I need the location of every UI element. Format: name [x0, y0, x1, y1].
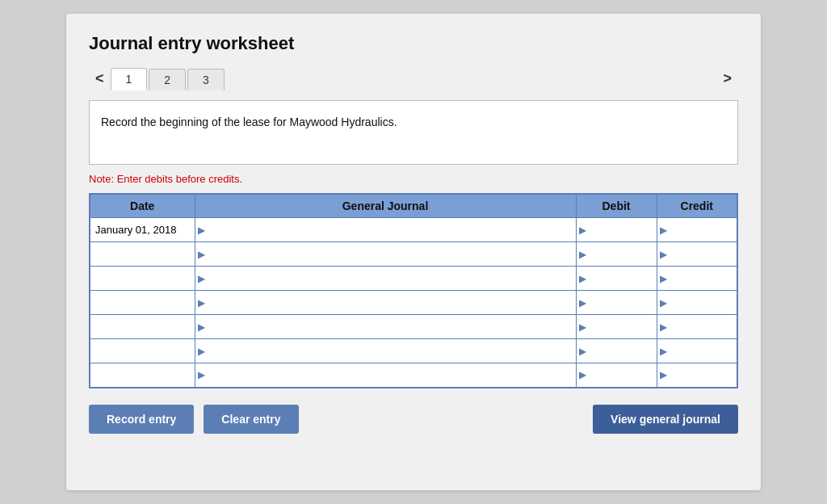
prev-arrow[interactable]: < [89, 67, 111, 90]
cell-debit-3[interactable]: ▶ [576, 291, 657, 315]
input-date-3[interactable] [90, 291, 195, 314]
tab-3[interactable]: 3 [187, 69, 225, 90]
input-debit-6[interactable] [586, 366, 657, 384]
cell-journal-0[interactable]: ▶ [195, 218, 576, 242]
input-date-0[interactable] [90, 218, 195, 242]
record-entry-button[interactable]: Record entry [89, 405, 194, 434]
input-credit-6[interactable] [667, 366, 737, 384]
input-debit-2[interactable] [586, 269, 657, 288]
cell-journal-4[interactable]: ▶ [195, 315, 576, 339]
input-date-1[interactable] [90, 242, 195, 266]
arrow-indicator-6: ▶ [195, 369, 205, 380]
debit-arrow-5: ▶ [577, 346, 586, 357]
arrow-indicator-4: ▶ [195, 321, 205, 333]
input-journal-3[interactable] [205, 293, 576, 312]
input-credit-0[interactable] [667, 220, 737, 239]
cell-date-4[interactable] [90, 315, 195, 339]
cell-credit-5[interactable]: ▶ [657, 339, 737, 363]
input-credit-2[interactable] [667, 269, 737, 288]
input-date-5[interactable] [90, 339, 195, 363]
credit-arrow-4: ▶ [657, 321, 667, 333]
arrow-indicator-5: ▶ [195, 346, 205, 357]
input-credit-5[interactable] [667, 342, 737, 360]
cell-credit-1[interactable]: ▶ [657, 242, 737, 267]
table-row: ▶▶▶ [90, 363, 737, 388]
view-general-journal-button[interactable]: View general journal [593, 405, 738, 434]
cell-debit-6[interactable]: ▶ [576, 363, 657, 388]
debit-arrow-1: ▶ [577, 249, 586, 260]
credit-arrow-5: ▶ [657, 346, 667, 357]
credit-arrow-1: ▶ [657, 249, 667, 260]
clear-entry-button[interactable]: Clear entry [204, 405, 298, 434]
header-debit: Debit [576, 194, 657, 218]
cell-date-0[interactable] [90, 218, 195, 242]
input-debit-3[interactable] [586, 293, 657, 312]
credit-arrow-3: ▶ [657, 297, 667, 309]
cell-journal-6[interactable]: ▶ [195, 363, 576, 388]
page-title: Journal entry worksheet [89, 33, 738, 54]
input-credit-4[interactable] [667, 317, 737, 336]
debit-arrow-2: ▶ [577, 273, 586, 284]
tab-2[interactable]: 2 [149, 69, 186, 90]
input-journal-5[interactable] [205, 342, 576, 360]
input-debit-5[interactable] [586, 342, 657, 360]
arrow-indicator-2: ▶ [195, 273, 205, 284]
note-text: Note: Enter debits before credits. [89, 173, 738, 185]
tab-1[interactable]: 1 [111, 68, 148, 90]
cell-debit-1[interactable]: ▶ [576, 242, 657, 267]
header-journal: General Journal [195, 194, 576, 218]
debit-arrow-3: ▶ [577, 297, 586, 309]
arrow-indicator-1: ▶ [195, 249, 205, 260]
input-credit-3[interactable] [667, 293, 737, 312]
cell-credit-4[interactable]: ▶ [657, 315, 737, 339]
input-journal-4[interactable] [205, 317, 576, 336]
input-journal-6[interactable] [205, 366, 576, 384]
table-row: ▶▶▶ [90, 267, 737, 291]
table-row: ▶▶▶ [90, 218, 737, 242]
cell-journal-3[interactable]: ▶ [195, 291, 576, 315]
journal-entry-worksheet: Journal entry worksheet < 1 2 3 > Record… [66, 14, 761, 490]
cell-debit-4[interactable]: ▶ [576, 315, 657, 339]
cell-date-6[interactable] [90, 363, 195, 388]
debit-arrow-6: ▶ [577, 369, 586, 380]
input-date-6[interactable] [90, 363, 195, 387]
journal-table: Date General Journal Debit Credit ▶▶▶▶▶▶… [89, 193, 738, 388]
debit-arrow-4: ▶ [577, 321, 586, 333]
input-debit-4[interactable] [586, 317, 657, 336]
cell-journal-2[interactable]: ▶ [195, 267, 576, 291]
arrow-indicator-0: ▶ [195, 225, 205, 236]
header-credit: Credit [657, 194, 737, 218]
cell-credit-6[interactable]: ▶ [657, 363, 737, 388]
cell-date-1[interactable] [90, 242, 195, 267]
input-debit-1[interactable] [586, 245, 657, 263]
input-date-4[interactable] [90, 315, 195, 338]
arrow-indicator-3: ▶ [195, 297, 205, 309]
cell-credit-0[interactable]: ▶ [657, 218, 737, 242]
input-credit-1[interactable] [667, 245, 737, 263]
cell-debit-5[interactable]: ▶ [576, 339, 657, 363]
table-row: ▶▶▶ [90, 315, 737, 339]
cell-credit-3[interactable]: ▶ [657, 291, 737, 315]
table-header-row: Date General Journal Debit Credit [90, 194, 737, 218]
cell-date-3[interactable] [90, 291, 195, 315]
input-journal-1[interactable] [205, 245, 576, 263]
cell-date-5[interactable] [90, 339, 195, 363]
cell-credit-2[interactable]: ▶ [657, 267, 737, 291]
input-date-2[interactable] [90, 267, 195, 290]
credit-arrow-0: ▶ [657, 225, 667, 236]
debit-arrow-0: ▶ [577, 225, 586, 236]
cell-journal-1[interactable]: ▶ [195, 242, 576, 267]
buttons-row: Record entry Clear entry View general jo… [89, 405, 738, 434]
cell-debit-2[interactable]: ▶ [576, 267, 657, 291]
cell-date-2[interactable] [90, 267, 195, 291]
table-row: ▶▶▶ [90, 291, 737, 315]
credit-arrow-6: ▶ [657, 369, 667, 380]
cell-journal-5[interactable]: ▶ [195, 339, 576, 363]
cell-debit-0[interactable]: ▶ [576, 218, 657, 242]
input-journal-0[interactable] [205, 220, 576, 239]
table-row: ▶▶▶ [90, 339, 737, 363]
instruction-box: Record the beginning of the lease for Ma… [89, 100, 738, 165]
input-journal-2[interactable] [205, 269, 576, 288]
next-arrow[interactable]: > [716, 67, 738, 90]
input-debit-0[interactable] [586, 220, 657, 239]
